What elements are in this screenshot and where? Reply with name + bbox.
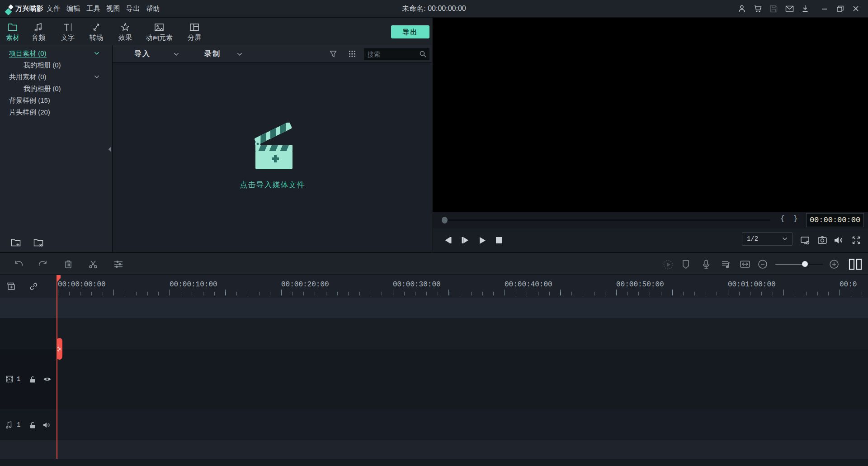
preview-zoom-select[interactable]: 1/2 [742,232,793,246]
timeline-ruler[interactable]: 00:00:00:00 00:00:10:00 00:00:20:00 00:0… [0,275,868,298]
previous-frame-button[interactable] [444,228,453,252]
microphone-icon[interactable] [701,259,712,270]
lock-icon[interactable] [29,421,36,429]
panel-divider[interactable] [432,18,432,252]
record-button[interactable]: 录制 [204,45,221,62]
add-folder-icon[interactable] [10,238,21,247]
mute-speaker-icon[interactable] [42,422,51,428]
tab-elements[interactable]: 动画元素 [146,18,173,45]
zoom-out-icon[interactable] [757,259,768,270]
play-button[interactable] [479,228,486,252]
music-note-icon [33,22,43,33]
timeline-band[interactable] [0,318,868,349]
media-empty-state[interactable]: 点击导入媒体文件 [113,63,432,252]
add-media-to-timeline-icon[interactable] [5,281,17,292]
stop-button[interactable] [495,228,503,252]
tree-item-shared-media[interactable]: 共用素材 (0) [0,71,112,83]
redo-icon[interactable] [37,259,48,270]
sidebar-collapse-icon[interactable] [108,146,112,152]
mark-out-icon[interactable]: } [793,215,798,223]
transition-icon [91,22,102,33]
scrub-track[interactable] [445,219,770,221]
preview-timecode[interactable]: 00:00:00:00 [806,213,864,227]
tab-media[interactable]: 素材 [6,18,19,45]
tab-text[interactable]: 文字 [61,18,75,45]
slider-thumb[interactable] [802,261,808,267]
undo-icon[interactable] [14,259,24,270]
minimize-button[interactable] [819,4,829,14]
search-icon[interactable] [419,50,427,58]
menu-help[interactable]: 帮助 [146,5,160,13]
media-tabbar: 素材 音频 文字 转场 效果 [0,18,432,45]
menu-export[interactable]: 导出 [126,5,140,13]
zoom-in-icon[interactable] [829,259,840,270]
mark-in-icon[interactable]: { [780,215,785,223]
menu-edit[interactable]: 编辑 [66,5,80,13]
export-button[interactable]: 导出 [391,25,429,38]
tree-item-my-album-1[interactable]: 我的相册 (0) [0,59,112,71]
import-dropdown-chevron-icon[interactable] [174,52,179,56]
import-hint-text[interactable]: 点击导入媒体文件 [113,180,432,190]
store-cart-icon[interactable] [753,4,763,14]
record-dropdown-chevron-icon[interactable] [237,52,242,56]
timeline-band[interactable] [0,440,868,459]
app-title: 万兴喵影 [15,0,43,17]
snapshot-camera-icon[interactable] [817,235,828,246]
tree-item-intro-samples[interactable]: 片头样例 (20) [0,106,112,118]
display-settings-icon[interactable] [800,235,811,246]
volume-icon[interactable] [833,235,844,246]
scrub-handle[interactable] [442,217,448,223]
video-track[interactable] [0,349,868,409]
playhead-line[interactable] [57,275,57,459]
tree-item-background-samples[interactable]: 背景样例 (15) [0,95,112,106]
tab-audio[interactable]: 音频 [32,18,45,45]
playhead-scissors-handle[interactable] [57,338,62,360]
grid-view-icon[interactable] [348,49,357,58]
delete-icon[interactable] [63,259,74,270]
search-input[interactable] [368,48,417,60]
split-scissors-icon[interactable] [88,259,99,270]
menu-file[interactable]: 文件 [47,5,61,13]
delete-folder-icon[interactable] [33,238,44,247]
fit-timeline-icon[interactable] [739,259,750,270]
chevron-down-icon[interactable] [94,75,99,79]
render-preview-icon[interactable] [662,259,673,270]
visibility-eye-icon[interactable] [43,376,52,382]
marker-icon[interactable] [681,259,692,270]
lock-icon[interactable] [29,376,36,383]
chevron-down-icon[interactable] [94,52,99,55]
save-icon[interactable] [769,4,778,14]
account-icon[interactable] [737,4,747,14]
menu-tools[interactable]: 工具 [86,5,100,13]
text-icon [62,22,73,33]
audio-track[interactable] [0,409,868,440]
image-icon [154,22,165,33]
timeline-band[interactable] [0,298,868,318]
panel-layout-icon[interactable] [848,258,863,270]
tree-item-project-media[interactable]: 项目素材 (0) [0,48,112,59]
media-header: 导入 录制 [113,45,432,63]
library-sidebar: 项目素材 (0) 我的相册 (0) 共用素材 (0) 我的相册 (0) 背景样例… [0,45,112,252]
tree-item-my-album-2[interactable]: 我的相册 (0) [0,83,112,95]
close-button[interactable] [851,4,861,14]
tab-effects[interactable]: 效果 [118,18,132,45]
timeline-zoom-slider[interactable] [775,264,823,265]
link-icon[interactable] [28,281,40,292]
filter-icon[interactable] [329,49,338,58]
next-frame-button[interactable] [461,228,470,252]
media-library-panel: 导入 录制 [113,45,432,252]
maximize-button[interactable] [835,4,845,14]
adjust-sliders-icon[interactable] [113,259,124,270]
audio-track-header: 1 [0,409,57,440]
fullscreen-icon[interactable] [851,235,862,246]
timeline-section: 00:00:00:00 00:00:10:00 00:00:20:00 00:0… [0,252,868,466]
audio-list-icon[interactable] [720,259,731,270]
tab-transitions[interactable]: 转场 [90,18,103,45]
import-button[interactable]: 导入 [134,45,151,62]
tab-split-screen[interactable]: 分屏 [188,18,201,45]
timeline-band[interactable] [0,459,868,466]
preview-panel: { } 00:00:00:00 1/2 [432,18,868,252]
download-icon[interactable] [800,4,810,14]
menu-view[interactable]: 视图 [106,5,120,13]
mail-icon[interactable] [784,4,794,14]
